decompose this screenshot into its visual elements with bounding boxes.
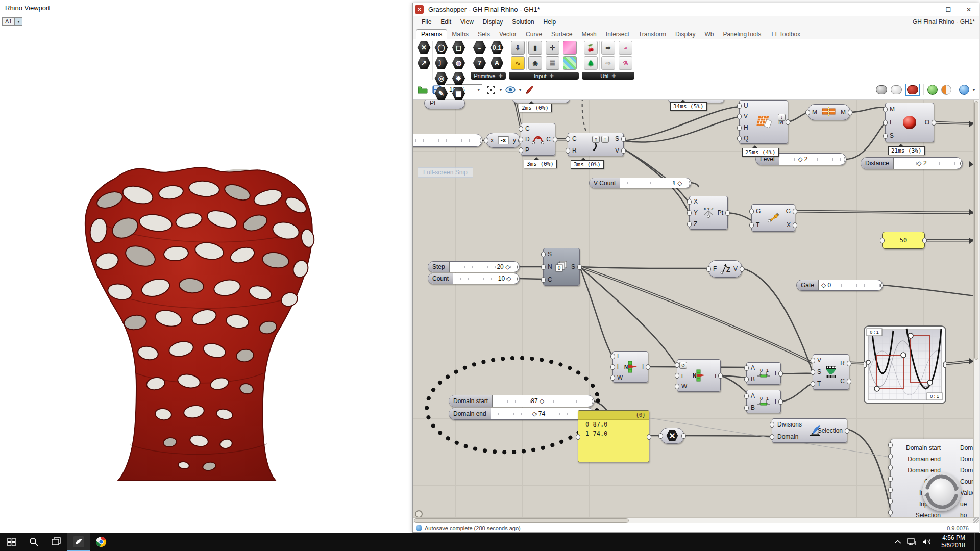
input-port-Q[interactable]: Q [744,135,748,142]
jump-icon[interactable]: ⇨ [601,56,615,70]
boolean-param-icon[interactable]: ◒ [473,41,486,55]
gh-canvas[interactable]: Level◇ 2Distance◇ 2V Count1 ◇Step20 ◇Cou… [413,100,973,517]
tab-wb[interactable]: Wb [700,30,718,39]
slider-value[interactable]: 87 ◇ [531,397,544,405]
paint-wire-icon[interactable] [524,84,535,95]
popup-row[interactable]: Domain endDom [891,454,973,465]
popup-row[interactable]: Domain startDom [891,442,973,454]
preview-shaded-selected[interactable] [905,84,920,96]
input-port-S[interactable]: S [890,132,894,139]
tab-vector[interactable]: Vector [495,30,521,39]
mini-button-↺[interactable]: ↺ [679,362,687,369]
component-crsv[interactable]: CRSVY↑ [568,133,624,156]
component-xyz[interactable]: XYZPtX Y Z [689,196,728,230]
component-uvhq[interactable]: UVHQM↓ [739,100,788,144]
control-knob-icon[interactable]: ◉ [528,56,542,70]
preview-off-icon[interactable] [876,85,887,94]
component-mlso[interactable]: MLSO [885,103,934,142]
slider-value[interactable]: ◇ 74 [532,410,545,417]
tab-params[interactable]: Params [416,29,447,39]
canvas-vertical-scrollbar[interactable] [973,100,979,517]
component-ptsel[interactable]: DivisionsDomainSelection [772,418,847,443]
maximize-button[interactable]: ☐ [938,3,959,16]
slider-track[interactable]: 20 ◇ [450,262,519,272]
input-port-H[interactable]: H [744,124,748,131]
input-port-P[interactable]: P [525,146,529,154]
param-pi[interactable]: PI [424,100,465,109]
input-port-T[interactable]: T [817,380,821,387]
mini-button-↑[interactable]: ↑ [601,136,609,143]
canvas-widget-circle[interactable] [415,510,423,517]
ribbon-group-label[interactable]: Input✚ [509,72,579,80]
preview-material-icon[interactable] [941,85,951,95]
graph-mapper-icon[interactable]: ∿ [511,56,525,70]
text-param-icon[interactable]: A [490,56,504,70]
component-cdp[interactable]: CDPC [521,123,555,156]
open-file-icon[interactable] [417,84,428,95]
input-port-B[interactable]: B [751,404,755,411]
slider-value[interactable]: ◇ 0 [821,282,831,289]
output-port-Pt[interactable]: Pt [718,209,723,216]
input-port-Y[interactable]: Y [694,209,698,216]
slider-leftcut[interactable] [413,134,482,147]
ribbon-group-label[interactable]: Util✚ [582,72,634,80]
rhino-app-taskbar-icon[interactable] [67,533,90,551]
tree-icon[interactable]: 🌲 [584,56,598,70]
output-port-S[interactable]: S [615,135,619,142]
tab-panelingtools[interactable]: PanelingTools [718,30,766,39]
gradient-icon[interactable] [563,56,577,70]
show-desktop-button[interactable] [974,533,977,551]
input-port-A[interactable]: A [751,364,755,371]
slider-track[interactable]: ◇ 2 [779,154,846,165]
geometry-cache-icon[interactable]: ↗ [417,56,431,70]
voronoi-vase-model[interactable] [69,129,345,491]
cherry-picker-icon[interactable]: 🍒 [584,41,598,55]
integer-param-icon[interactable]: 7 [473,56,486,70]
viewport-tab-dropdown-icon[interactable]: ▼ [15,17,22,26]
volume-icon[interactable] [922,538,932,546]
input-port-W[interactable]: W [681,383,687,390]
brep-param-icon[interactable]: ◍ [452,56,465,70]
panel-icon[interactable]: ☰ [546,56,559,70]
zoom-extents-icon[interactable] [485,84,497,95]
output-port-C[interactable]: C [546,136,551,143]
zoom-dropdown-caret[interactable]: ▾ [500,88,502,92]
slider-track[interactable]: ◇ 2 [894,158,962,169]
input-port-A[interactable]: A [751,392,755,399]
output-port-M[interactable]: M [841,109,846,116]
slider-gate[interactable]: Gate◇ 0 [796,280,883,291]
tab-transform[interactable]: Transform [634,30,671,39]
input-port-F[interactable]: F [713,265,717,272]
slider-value[interactable]: ◇ 2 [798,156,807,163]
output-port-R[interactable]: R [840,360,845,367]
input-port-Z[interactable]: Z [694,220,697,228]
component-cd1[interactable]: ABI01 [746,362,781,385]
input-port-T[interactable]: T [756,221,760,229]
output-port-O[interactable]: O [925,119,929,126]
input-port-C[interactable]: C [548,276,552,283]
close-button[interactable]: ✕ [959,3,979,16]
canvas-horizontal-scrollbar[interactable] [413,517,979,523]
slider-value[interactable]: 20 ◇ [497,263,510,270]
slider-value[interactable]: ◇ 2 [917,160,926,167]
slider-domend[interactable]: Domain end◇ 74 [449,408,594,420]
slider-step[interactable]: Step20 ◇ [428,261,520,272]
slider-value[interactable]: 10 ◇ [498,275,511,282]
mini-button-Y[interactable]: Y [592,136,600,143]
graph-mapper-component[interactable]: 0 : 1 0 : 1 [864,325,946,404]
preview-eye-icon[interactable] [505,84,516,95]
output-port-C[interactable]: C [840,378,845,385]
input-port-B[interactable]: B [751,375,755,383]
tab-curve[interactable]: Curve [521,30,547,39]
output-port-V[interactable]: V [615,147,619,154]
input-port-i[interactable]: i [617,363,619,370]
menu-help[interactable]: Help [539,17,561,27]
output-port-i[interactable]: i [642,363,644,370]
gh-titlebar[interactable]: ✕ Grasshopper - GH Final Rhino - GH1* ─ … [413,3,979,16]
slider-count[interactable]: Count10 ◇ [428,273,520,284]
slider-value[interactable]: 1 ◇ [672,179,682,186]
chrome-taskbar-icon[interactable] [90,533,112,551]
menu-file[interactable]: File [417,17,436,27]
tab-mesh[interactable]: Mesh [577,30,601,39]
box-param-icon[interactable]: ◻ [452,41,465,55]
